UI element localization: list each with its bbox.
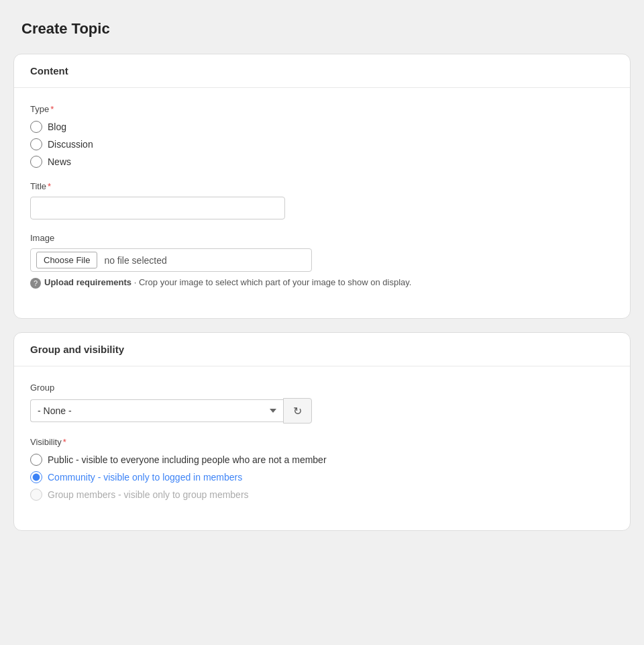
radio-community-label: Community - visible only to logged in me… — [48, 472, 242, 483]
group-field-group: Group - None - ↻ — [30, 383, 614, 424]
radio-item-community[interactable]: Community - visible only to logged in me… — [30, 471, 614, 483]
image-field-group: Image Choose File no file selected ? Upl… — [30, 233, 614, 289]
group-visibility-card-body: Group - None - ↻ Visibility* Public - vi… — [14, 366, 630, 530]
file-no-selected-label: no file selected — [104, 255, 166, 266]
radio-public-label: Public - visible to everyone including p… — [48, 454, 327, 465]
radio-community[interactable] — [30, 471, 42, 483]
radio-public[interactable] — [30, 454, 42, 466]
type-required-star: * — [50, 104, 54, 114]
radio-discussion[interactable] — [30, 138, 42, 150]
radio-item-public[interactable]: Public - visible to everyone including p… — [30, 454, 614, 466]
content-card-header: Content — [14, 54, 630, 88]
radio-blog-label: Blog — [48, 121, 66, 132]
type-label: Type* — [30, 104, 614, 114]
radio-group-members — [30, 489, 42, 501]
title-required-star: * — [48, 181, 51, 191]
radio-item-group-members: Group members - visible only to group me… — [30, 489, 614, 501]
radio-item-discussion[interactable]: Discussion — [30, 138, 614, 150]
choose-file-button[interactable]: Choose File — [36, 252, 97, 268]
radio-discussion-label: Discussion — [48, 139, 93, 150]
group-select-wrapper: - None - ↻ — [30, 398, 312, 424]
image-label: Image — [30, 233, 614, 243]
title-input[interactable] — [30, 197, 285, 219]
page-title: Create Topic — [21, 20, 631, 38]
radio-item-blog[interactable]: Blog — [30, 121, 614, 133]
content-card: Content Type* Blog Discussion News Title — [13, 54, 631, 319]
radio-blog[interactable] — [30, 121, 42, 133]
group-visibility-card: Group and visibility Group - None - ↻ Vi… — [13, 332, 631, 531]
group-select[interactable]: - None - — [30, 399, 283, 422]
file-input-wrapper: Choose File no file selected — [30, 248, 312, 272]
visibility-field-group: Visibility* Public - visible to everyone… — [30, 437, 614, 501]
refresh-button[interactable]: ↻ — [283, 398, 312, 424]
content-card-body: Type* Blog Discussion News Title* — [14, 88, 630, 318]
upload-hint-icon: ? — [30, 278, 41, 289]
radio-group-members-label: Group members - visible only to group me… — [48, 489, 249, 500]
type-field-group: Type* Blog Discussion News — [30, 104, 614, 168]
title-label: Title* — [30, 181, 614, 191]
upload-hint: ? Upload requirements · Crop your image … — [30, 277, 614, 289]
radio-item-news[interactable]: News — [30, 156, 614, 168]
group-label: Group — [30, 383, 614, 393]
refresh-icon: ↻ — [293, 405, 302, 417]
title-field-group: Title* — [30, 181, 614, 219]
upload-hint-text: Upload requirements · Crop your image to… — [44, 277, 411, 287]
radio-news-label: News — [48, 156, 71, 167]
radio-news[interactable] — [30, 156, 42, 168]
group-visibility-card-header: Group and visibility — [14, 333, 630, 366]
visibility-required-star: * — [63, 437, 66, 447]
visibility-label: Visibility* — [30, 437, 614, 447]
